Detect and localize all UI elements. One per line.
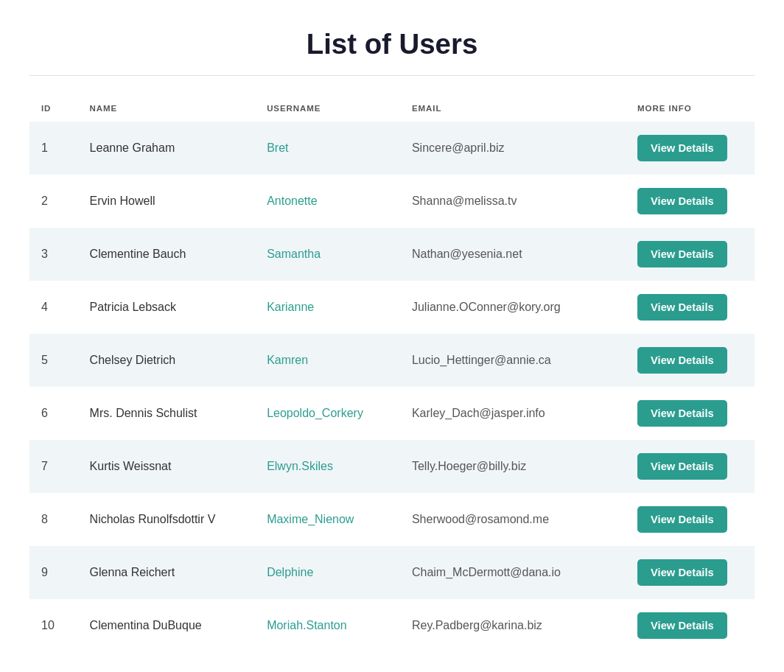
- col-header-more-info: MORE INFO: [626, 98, 755, 122]
- cell-id: 5: [29, 334, 78, 387]
- table-row: 10Clementina DuBuqueMoriah.StantonRey.Pa…: [29, 599, 755, 652]
- cell-id: 8: [29, 493, 78, 546]
- cell-id: 7: [29, 440, 78, 493]
- cell-id: 10: [29, 599, 78, 652]
- view-details-button[interactable]: View Details: [637, 400, 727, 427]
- cell-id: 1: [29, 122, 78, 175]
- cell-id: 3: [29, 228, 78, 281]
- cell-more-info: View Details: [626, 122, 755, 175]
- cell-username: Karianne: [255, 281, 400, 334]
- cell-email: Chaim_McDermott@dana.io: [400, 546, 626, 599]
- cell-more-info: View Details: [626, 228, 755, 281]
- view-details-button[interactable]: View Details: [637, 188, 727, 214]
- cell-username: Bret: [255, 122, 400, 175]
- table-header: ID NAME USERNAME EMAIL MORE INFO: [29, 98, 755, 122]
- cell-email: Shanna@melissa.tv: [400, 175, 626, 228]
- cell-name: Chelsey Dietrich: [78, 334, 256, 387]
- table-row: 1Leanne GrahamBretSincere@april.bizView …: [29, 122, 755, 175]
- cell-id: 4: [29, 281, 78, 334]
- col-header-email: EMAIL: [400, 98, 626, 122]
- cell-email: Rey.Padberg@karina.biz: [400, 599, 626, 652]
- view-details-button[interactable]: View Details: [637, 241, 727, 267]
- cell-id: 6: [29, 387, 78, 440]
- cell-username: Delphine: [255, 546, 400, 599]
- view-details-button[interactable]: View Details: [637, 612, 727, 639]
- cell-username: Samantha: [255, 228, 400, 281]
- cell-more-info: View Details: [626, 281, 755, 334]
- cell-name: Leanne Graham: [78, 122, 256, 175]
- cell-more-info: View Details: [626, 599, 755, 652]
- view-details-button[interactable]: View Details: [637, 506, 727, 533]
- cell-more-info: View Details: [626, 440, 755, 493]
- view-details-button[interactable]: View Details: [637, 347, 727, 374]
- cell-username: Antonette: [255, 175, 400, 228]
- cell-name: Patricia Lebsack: [78, 281, 256, 334]
- cell-name: Ervin Howell: [78, 175, 256, 228]
- cell-more-info: View Details: [626, 546, 755, 599]
- cell-id: 2: [29, 175, 78, 228]
- cell-username: Leopoldo_Corkery: [255, 387, 400, 440]
- cell-name: Clementina DuBuque: [78, 599, 256, 652]
- page-title: List of Users: [29, 15, 755, 76]
- table-row: 4Patricia LebsackKarianneJulianne.OConne…: [29, 281, 755, 334]
- cell-email: Telly.Hoeger@billy.biz: [400, 440, 626, 493]
- cell-email: Julianne.OConner@kory.org: [400, 281, 626, 334]
- cell-id: 9: [29, 546, 78, 599]
- cell-email: Lucio_Hettinger@annie.ca: [400, 334, 626, 387]
- table-row: 9Glenna ReichertDelphineChaim_McDermott@…: [29, 546, 755, 599]
- view-details-button[interactable]: View Details: [637, 294, 727, 321]
- table-row: 2Ervin HowellAntonetteShanna@melissa.tvV…: [29, 175, 755, 228]
- table-row: 3Clementine BauchSamanthaNathan@yesenia.…: [29, 228, 755, 281]
- cell-name: Kurtis Weissnat: [78, 440, 256, 493]
- cell-name: Clementine Bauch: [78, 228, 256, 281]
- users-table: ID NAME USERNAME EMAIL MORE INFO 1Leanne…: [29, 98, 755, 652]
- cell-email: Sherwood@rosamond.me: [400, 493, 626, 546]
- cell-more-info: View Details: [626, 175, 755, 228]
- cell-email: Karley_Dach@jasper.info: [400, 387, 626, 440]
- table-row: 7Kurtis WeissnatElwyn.SkilesTelly.Hoeger…: [29, 440, 755, 493]
- cell-name: Nicholas Runolfsdottir V: [78, 493, 256, 546]
- cell-email: Sincere@april.biz: [400, 122, 626, 175]
- cell-email: Nathan@yesenia.net: [400, 228, 626, 281]
- cell-username: Kamren: [255, 334, 400, 387]
- col-header-id: ID: [29, 98, 78, 122]
- table-row: 6Mrs. Dennis SchulistLeopoldo_CorkeryKar…: [29, 387, 755, 440]
- view-details-button[interactable]: View Details: [637, 559, 727, 586]
- col-header-username: USERNAME: [255, 98, 400, 122]
- view-details-button[interactable]: View Details: [637, 135, 727, 161]
- cell-more-info: View Details: [626, 334, 755, 387]
- table-row: 5Chelsey DietrichKamrenLucio_Hettinger@a…: [29, 334, 755, 387]
- view-details-button[interactable]: View Details: [637, 453, 727, 480]
- cell-name: Mrs. Dennis Schulist: [78, 387, 256, 440]
- cell-more-info: View Details: [626, 493, 755, 546]
- table-body: 1Leanne GrahamBretSincere@april.bizView …: [29, 122, 755, 652]
- cell-username: Moriah.Stanton: [255, 599, 400, 652]
- col-header-name: NAME: [78, 98, 256, 122]
- cell-more-info: View Details: [626, 387, 755, 440]
- cell-name: Glenna Reichert: [78, 546, 256, 599]
- cell-username: Maxime_Nienow: [255, 493, 400, 546]
- table-row: 8Nicholas Runolfsdottir VMaxime_NienowSh…: [29, 493, 755, 546]
- cell-username: Elwyn.Skiles: [255, 440, 400, 493]
